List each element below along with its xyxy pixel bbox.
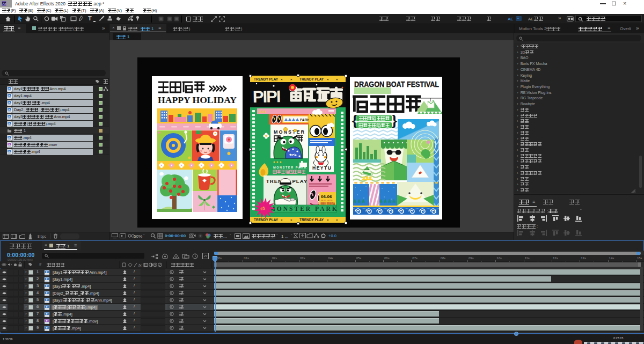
svg-text:06-06: 06-06 (321, 194, 332, 199)
svg-text:TRENDY PLAY: TRENDY PLAY (254, 218, 279, 222)
svg-text:HEYTU: HEYTU (312, 165, 332, 171)
svg-text:TRENDY PLAY: TRENDY PLAY (299, 218, 324, 222)
svg-text:×: × (290, 78, 292, 81)
svg-text:×: × (281, 218, 283, 222)
svg-text:}: } (391, 112, 398, 129)
svg-text:×: × (327, 218, 329, 222)
svg-text:×: × (336, 218, 338, 222)
svg-text:HAPPY HOLIDAY: HAPPY HOLIDAY (158, 95, 237, 105)
svg-text:PIPI: PIPI (253, 87, 281, 106)
svg-text:06.01 - 06.30: 06.01 - 06.30 (321, 200, 332, 202)
svg-text:×: × (290, 218, 292, 222)
svg-text:fx: fx (138, 263, 142, 267)
svg-text:MONSTER PARK: MONSTER PARK (269, 206, 339, 212)
svg-text:PiPi: PiPi (289, 153, 295, 157)
svg-text:DRAGON BOAT FESTIVAL: DRAGON BOAT FESTIVAL (354, 79, 439, 89)
svg-text:×: × (327, 78, 329, 81)
svg-text:2023: 2023 (259, 110, 266, 113)
svg-text:MONSTER: MONSTER (274, 129, 305, 135)
svg-text:TRENDY PLAY: TRENDY PLAY (254, 77, 279, 81)
svg-text:×: × (281, 78, 283, 81)
svg-text:×: × (336, 78, 338, 81)
svg-text:PARK: PARK (300, 118, 310, 122)
svg-text:TRENDY PLAY: TRENDY PLAY (299, 77, 324, 81)
